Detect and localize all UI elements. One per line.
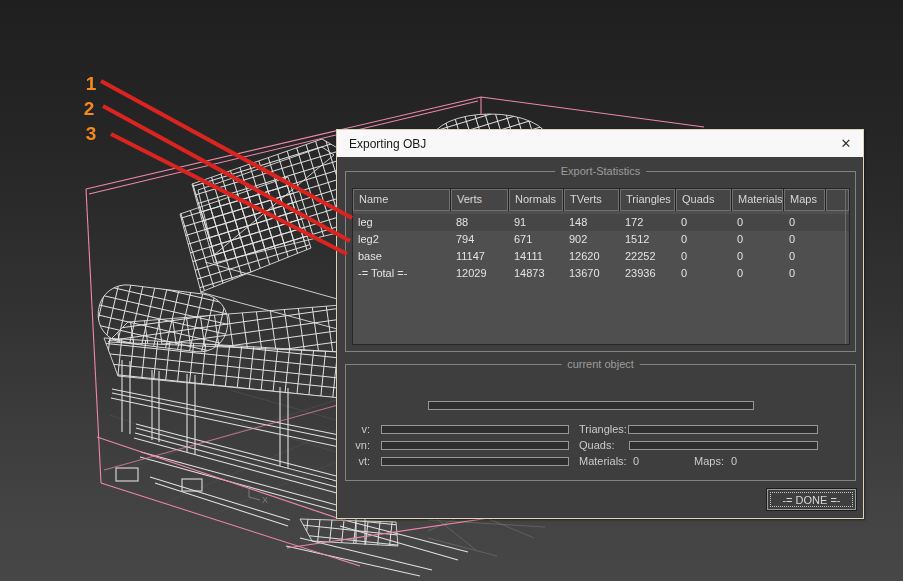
annotation-number-2: 2 [80, 100, 98, 118]
col-verts: Verts [451, 189, 508, 211]
close-icon[interactable]: ✕ [829, 130, 863, 157]
col-normals: Normals [509, 189, 563, 211]
col-maps: Maps [784, 189, 825, 211]
dialog-title: Exporting OBJ [349, 137, 426, 151]
col-materials: Materials [732, 189, 783, 211]
current-object-title: current object [561, 358, 640, 370]
table-row-leg: leg8891148172000 [353, 214, 849, 231]
v-progress-bar [381, 425, 569, 434]
vt-label: vt: [346, 455, 370, 468]
exporting-obj-dialog: Exporting OBJ ✕ Export-Statistics Name V… [336, 129, 864, 519]
table-right-divider [845, 189, 846, 344]
col-triangles: Triangles [620, 189, 675, 211]
done-button[interactable]: -= DONE =- [767, 489, 856, 510]
table-row-base: base11147141111262022252000 [353, 248, 849, 265]
triangles-progress-bar [628, 425, 818, 434]
viewport[interactable]: X Exporting OBJ ✕ Export-Statistics Name… [0, 0, 903, 581]
quads-progress-bar [629, 441, 818, 450]
vt-progress-bar [381, 457, 569, 466]
annotation-number-1: 1 [82, 75, 100, 93]
export-statistics-title: Export-Statistics [555, 165, 646, 177]
col-quads: Quads [676, 189, 731, 211]
maps-label: Maps: [694, 455, 724, 468]
export-statistics-groupbox: Export-Statistics Name Verts Normals TVe… [345, 171, 856, 352]
stats-table-header: Name Verts Normals TVerts Triangles Quad… [353, 189, 849, 211]
triangles-label: Triangles: [579, 423, 627, 436]
table-row-total: -= Total =-12029148731367023936000 [353, 265, 849, 282]
current-object-groupbox: current object v: vn: vt: Triangles: Qua… [345, 364, 856, 481]
col-tverts: TVerts [564, 189, 619, 211]
quads-label: Quads: [579, 439, 614, 452]
stats-table: Name Verts Normals TVerts Triangles Quad… [352, 188, 850, 345]
dialog-titlebar[interactable]: Exporting OBJ ✕ [337, 130, 863, 157]
annotation-number-3: 3 [82, 125, 100, 143]
vn-progress-bar [381, 441, 569, 450]
col-name: Name [353, 189, 450, 211]
v-label: v: [346, 423, 370, 436]
vn-label: vn: [346, 439, 370, 452]
maps-value: 0 [731, 455, 737, 468]
materials-value: 0 [633, 455, 639, 468]
table-row-leg2: leg27946719021512000 [353, 231, 849, 248]
axis-x-label: X [262, 495, 268, 505]
overall-progress-bar [428, 401, 754, 410]
dialog-body: Export-Statistics Name Verts Normals TVe… [337, 157, 863, 518]
materials-label: Materials: [579, 455, 627, 468]
